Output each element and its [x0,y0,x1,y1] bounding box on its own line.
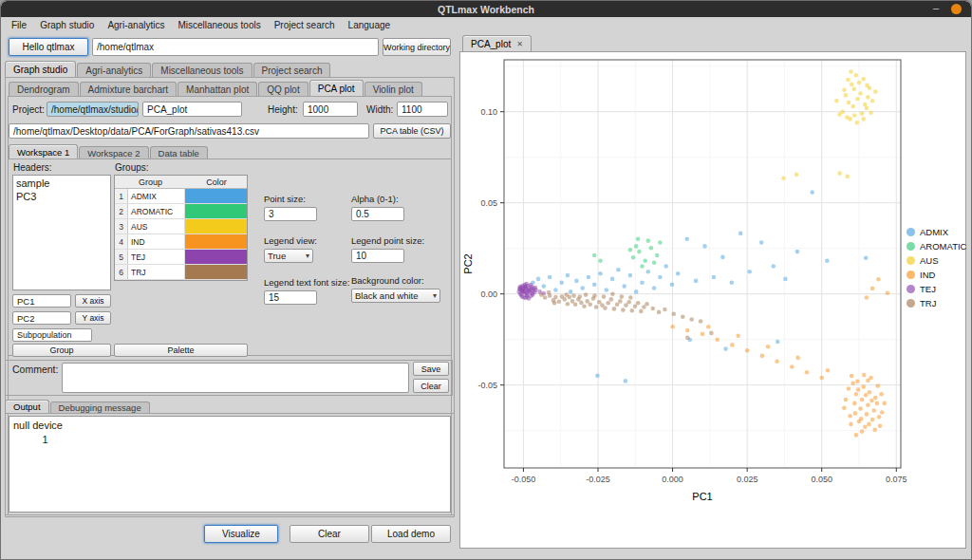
headers-label: Headers: [13,162,52,173]
group-row-index: 5 [115,250,128,264]
main-tabbar: Graph studio Agri-analytics Miscellaneou… [5,61,330,77]
plot-name-input[interactable]: PCA_plot [142,102,242,117]
group-color-swatch[interactable] [185,219,247,233]
menu-project-search[interactable]: Project search [268,19,342,31]
csv-path-input[interactable]: /home/qtlmax/Desktop/data/PCA/ForGraph/s… [9,123,369,139]
group-row-tej[interactable]: 5TEJ [115,250,247,265]
group-row-name: TRJ [128,265,185,279]
plot-type-tabbar: Dendrogram Admixture barchart Manhattan … [9,80,422,96]
height-input[interactable]: 1000 [303,102,358,117]
groups-table[interactable]: Group Color 1ADMIX2AROMATIC3AUS4IND5TEJ6… [114,175,248,281]
load-demo-button[interactable]: Load demo [371,525,451,543]
group-color-swatch[interactable] [185,250,247,264]
tab-qq-plot[interactable]: QQ plot [258,82,308,96]
legend-dot-icon [907,256,915,265]
project-label: Project: [12,104,45,115]
save-button[interactable]: Save [413,362,449,376]
app-window: QTLmax Workbench – File Graph studio Agr… [0,0,972,560]
menu-miscellaneous-tools[interactable]: Miscellaneous tools [171,19,267,31]
group-color-swatch[interactable] [185,204,247,218]
menu-graph-studio[interactable]: Graph studio [33,19,101,31]
headers-listbox[interactable]: sample PC3 [12,175,111,290]
tab-data-table[interactable]: Data table [150,146,208,159]
tab-miscellaneous-tools[interactable]: Miscellaneous tools [152,63,252,77]
group-row-aus[interactable]: 3AUS [115,219,247,234]
legend-label: IND [920,270,935,280]
output-tabbar: Output Debugging message [5,400,150,413]
menu-file[interactable]: File [5,19,33,31]
tab-admixture-barchart[interactable]: Admixture barchart [80,82,177,96]
window-title: QTLmax Workbench [438,4,534,15]
group-row-index: 6 [115,265,128,279]
tab-workspace-2[interactable]: Workspace 2 [79,146,148,159]
tab-manhattan-plot[interactable]: Manhattan plot [178,82,257,96]
alpha-input[interactable]: 0.5 [351,207,404,221]
pca-table-csv-button[interactable]: PCA table (CSV) [373,123,451,139]
alpha-label: Alpha (0-1): [351,194,399,204]
working-directory-button[interactable]: Working directory [383,38,451,56]
menu-language[interactable]: Language [342,19,398,31]
legend-font-size-input[interactable]: 15 [264,290,317,305]
legend-item-aus: AUS [907,253,966,268]
group-color-swatch[interactable] [185,234,247,249]
legend-dot-icon [907,228,915,236]
svg-text:-0.025: -0.025 [586,475,610,484]
minimize-icon[interactable]: – [933,2,939,13]
project-path-input[interactable]: /home/qtlmax/studio/ [47,102,139,117]
menu-agri-analytics[interactable]: Agri-analytics [101,19,171,31]
tab-violin-plot[interactable]: Violin plot [364,82,422,96]
plot-result-tab-label: PCA_plot [471,39,511,49]
group-button[interactable]: Group [12,344,111,357]
comment-label: Comment: [12,364,58,375]
clear-button[interactable]: Clear [290,525,369,543]
legend-view-select[interactable]: True ▾ [264,249,313,263]
home-path-input[interactable]: /home/qtlmax [92,38,379,56]
palette-button[interactable]: Palette [114,344,248,357]
output-console[interactable]: null device 1 [9,416,451,513]
group-row-name: AUS [128,219,185,233]
headers-item-pc3[interactable]: PC3 [16,190,107,203]
point-size-input[interactable]: 3 [264,207,317,221]
svg-text:0.00: 0.00 [480,289,497,299]
width-label: Width: [366,104,393,115]
comment-textarea[interactable] [62,363,409,393]
visualize-button[interactable]: Visualize [204,525,278,543]
background-color-select[interactable]: Black and white ▾ [351,289,440,303]
legend-point-size-input[interactable]: 10 [351,249,404,263]
tab-output[interactable]: Output [5,400,49,413]
group-color-swatch[interactable] [185,189,247,203]
tab-project-search[interactable]: Project search [253,63,331,77]
tab-agri-analytics[interactable]: Agri-analytics [77,63,151,77]
tab-pca-plot[interactable]: PCA plot [309,80,364,96]
x-axis-field-input[interactable]: PC1 [12,294,71,308]
tab-debugging-message[interactable]: Debugging message [50,401,150,413]
headers-item-sample[interactable]: sample [16,177,107,190]
tab-dendrogram[interactable]: Dendrogram [9,82,79,96]
x-axis-button[interactable]: X axis [75,294,111,308]
tab-graph-studio[interactable]: Graph studio [5,61,76,77]
group-row-ind[interactable]: 4IND [115,234,247,250]
group-row-admix[interactable]: 1ADMIX [115,189,247,204]
y-axis-field-input[interactable]: PC2 [12,311,71,325]
y-axis-button[interactable]: Y axis [75,311,111,325]
legend-dot-icon [907,242,915,251]
group-row-index: 2 [115,204,128,218]
tab-pca-plot-result[interactable]: PCA_plot ✕ [462,35,532,51]
left-panel: Hello qtlmax /home/qtlmax Working direct… [5,35,455,557]
legend-label: AROMATIC [920,241,966,252]
group-row-aromatic[interactable]: 2AROMATIC [115,204,247,219]
group-row-trj[interactable]: 6TRJ [115,265,247,280]
legend-item-aromatic: AROMATIC [907,239,966,253]
group-row-index: 3 [115,219,128,233]
hello-user-button[interactable]: Hello qtlmax [9,38,88,56]
legend-item-tej: TEJ [907,282,966,296]
close-icon[interactable] [951,4,962,14]
close-tab-icon[interactable]: ✕ [516,40,523,48]
subpopulation-input[interactable]: Subpopulation [12,328,92,342]
width-input[interactable]: 1100 [397,102,448,117]
pca-plot-canvas: -0.050-0.0250.0000.0250.0500.075-0.050.0… [459,51,966,549]
group-color-swatch[interactable] [185,265,247,279]
clear-comment-button[interactable]: Clear [413,379,449,393]
groups-col-color: Color [186,176,247,188]
tab-workspace-1[interactable]: Workspace 1 [9,144,78,159]
